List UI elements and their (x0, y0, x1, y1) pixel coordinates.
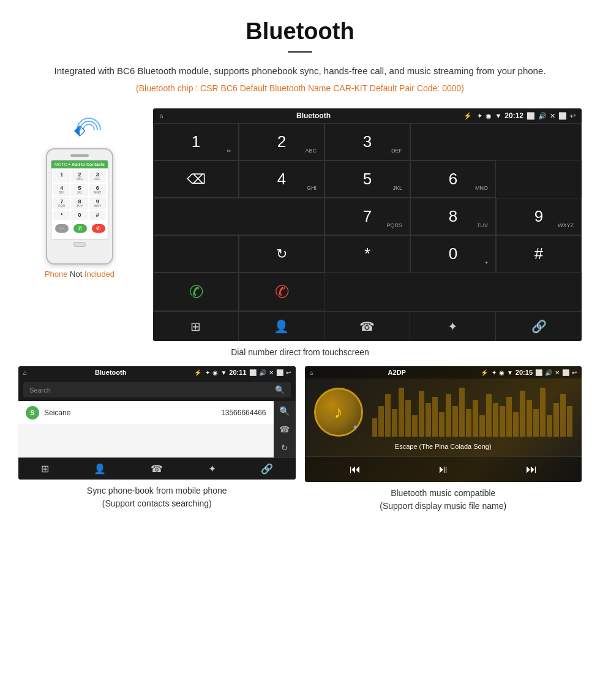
music-screenshot-item: ⌂ A2DP ⚡ ✦ ◉ ▼ 20:15 ⬜ 🔊 ✕ ⬜ ↩ (305, 366, 582, 513)
dial-bottom-link[interactable]: 🔗 (496, 312, 582, 341)
music-status-bar: ⌂ A2DP ⚡ ✦ ◉ ▼ 20:15 ⬜ 🔊 ✕ ⬜ ↩ (305, 366, 582, 378)
dial-usb-icon: ⚡ (463, 112, 472, 120)
phone-screen: MOTO + Add to Contacts 1 2ABC 3DEF 4GHI … (51, 160, 108, 239)
dial-key-6[interactable]: 6 MNO (410, 160, 496, 198)
pb-close-icon[interactable]: ✕ (269, 369, 274, 376)
dial-key-2[interactable]: 2 ABC (239, 123, 324, 160)
phone-carrier: MOTO (54, 162, 67, 167)
phone-key-6: 6MNO (89, 184, 106, 196)
pb-contact-name: Seicane (44, 408, 221, 417)
music-play-pause-icon[interactable]: ⏯ (438, 463, 449, 476)
music-back-icon[interactable]: ↩ (572, 369, 577, 376)
pb-win-icon[interactable]: ⬜ (276, 369, 283, 376)
eq-bar (493, 403, 498, 437)
eq-bar (399, 388, 404, 437)
dial-key-5[interactable]: 5 JKL (324, 160, 410, 198)
dial-close-icon[interactable]: ✕ (550, 112, 555, 120)
phone-key-5: 5JKL (71, 184, 88, 196)
music-status-icons: ✦ ◉ ▼ 20:15 ⬜ 🔊 ✕ ⬜ ↩ (492, 369, 577, 376)
eq-bar (392, 409, 397, 437)
music-next-icon[interactable]: ⏭ (526, 463, 537, 476)
dial-loc-icon: ◉ (486, 112, 492, 120)
pb-caption-line2: (Support contacts searching) (102, 499, 212, 508)
dial-key-4[interactable]: 4 GHI (239, 160, 324, 198)
dial-key-0[interactable]: 0 + (410, 235, 496, 273)
title-divider (288, 51, 312, 53)
dial-empty-row2 (153, 198, 324, 235)
music-time: 20:15 (516, 369, 533, 376)
phone-speaker (70, 154, 89, 157)
music-win-icon[interactable]: ⬜ (562, 369, 569, 376)
music-bg: ⌂ A2DP ⚡ ✦ ◉ ▼ 20:15 ⬜ 🔊 ✕ ⬜ ↩ (305, 366, 582, 482)
bottom-screenshots: ⌂ Bluetooth ⚡ ✦ ◉ ▼ 20:11 ⬜ 🔊 ✕ ⬜ ↩ Sear… (0, 366, 600, 525)
dial-empty-row3a (153, 235, 239, 273)
phone-btn-back: ← (55, 224, 69, 233)
phone-key-9: 9WXY (89, 197, 106, 209)
dial-bottom-phone[interactable]: ☎ (324, 312, 410, 341)
eq-bar (412, 415, 418, 437)
middle-section: ⬖ MOTO + Add to Contacts 1 2ABC 3DEF 4G (0, 102, 600, 341)
pb-bot-bt-icon[interactable]: ✦ (208, 463, 216, 475)
phone-key-8: 8TUV (71, 197, 88, 209)
music-close-icon[interactable]: ✕ (555, 369, 560, 376)
dial-key-3[interactable]: 3 DEF (324, 123, 410, 160)
phone-key-hash: # (89, 211, 106, 220)
dial-status-bar: ⌂ Bluetooth ⚡ ✦ ◉ ▼ 20:12 ⬜ 🔊 ✕ ⬜ ↩ (153, 108, 582, 123)
music-bt-badge: ✦ (352, 423, 358, 432)
dial-home-icon[interactable]: ⌂ (159, 112, 163, 119)
pb-contact-row[interactable]: S Seicane 13566664466 (18, 401, 274, 425)
pb-sig-icon: ▼ (220, 369, 227, 376)
dial-key-7[interactable]: 7 PQRS (324, 198, 410, 235)
pb-caption-line1: Sync phone-book from mobile phone (87, 486, 227, 495)
dial-call-green[interactable]: ✆ (153, 273, 239, 311)
dial-window-icon[interactable]: ⬜ (558, 112, 567, 120)
eq-bar (533, 409, 539, 437)
dial-key-8[interactable]: 8 TUV (410, 198, 496, 235)
eq-bar (378, 406, 384, 437)
phone-outer: MOTO + Add to Contacts 1 2ABC 3DEF 4GHI … (46, 148, 113, 265)
dial-bottom-bar: ⊞ 👤 ☎ ✦ 🔗 (153, 311, 582, 341)
music-usb-icon: ⚡ (481, 369, 488, 376)
music-home-icon[interactable]: ⌂ (310, 369, 313, 376)
phone-home-button (73, 242, 86, 247)
eq-bar (385, 394, 391, 437)
eq-bar (553, 403, 559, 437)
pb-back-icon[interactable]: ↩ (286, 369, 291, 376)
dial-bottom-contacts[interactable]: 👤 (239, 312, 324, 341)
phone-mockup-area: ⬖ MOTO + Add to Contacts 1 2ABC 3DEF 4G (18, 108, 141, 279)
dial-key-1[interactable]: 1 ∞ (153, 123, 239, 160)
pb-bot-grid-icon[interactable]: ⊞ (41, 463, 49, 475)
dial-call-red[interactable]: ✆ (239, 273, 324, 311)
pb-contact-number: 13566664466 (221, 408, 266, 417)
included-word: Included (84, 269, 114, 279)
pb-side-refresh-icon[interactable]: ↻ (281, 443, 288, 453)
eq-bar (506, 397, 512, 437)
dial-key-hash[interactable]: # (496, 235, 582, 273)
dial-key-9[interactable]: 9 WXYZ (496, 198, 582, 235)
dial-back-icon[interactable]: ↩ (570, 112, 576, 120)
dial-screen-title: Bluetooth (168, 111, 459, 120)
phonebook-screen: ⌂ Bluetooth ⚡ ✦ ◉ ▼ 20:11 ⬜ 🔊 ✕ ⬜ ↩ Sear… (18, 366, 296, 480)
eq-bar (540, 388, 546, 437)
phone-screen-header: MOTO + Add to Contacts (51, 160, 108, 168)
dial-bottom-grid[interactable]: ⊞ (153, 312, 239, 341)
pb-bot-contact-icon[interactable]: 👤 (94, 463, 106, 475)
pb-side-search-icon[interactable]: 🔍 (279, 406, 290, 416)
pb-bot-link-icon[interactable]: 🔗 (261, 463, 273, 475)
eq-bar (432, 397, 438, 437)
dial-key-star[interactable]: * (324, 235, 410, 273)
pb-time: 20:11 (229, 369, 246, 376)
pb-home-icon[interactable]: ⌂ (23, 369, 27, 376)
pb-usb-icon: ⚡ (194, 369, 201, 376)
dial-refresh[interactable]: ↻ (239, 235, 324, 273)
pb-bot-phone-icon[interactable]: ☎ (151, 463, 163, 475)
pb-right-actions: 🔍 ☎ ↻ (274, 401, 296, 457)
music-prev-icon[interactable]: ⏮ (350, 463, 361, 476)
bluetooth-waves-container: ⬖ (46, 115, 113, 145)
phone-bottom-bar: ← ✆ ✆ (51, 222, 108, 233)
pb-search-bar[interactable]: Search 🔍 (23, 382, 291, 397)
music-cam-icon: ⬜ (535, 369, 542, 376)
dial-bottom-bt[interactable]: ✦ (410, 312, 496, 341)
pb-side-phone-icon[interactable]: ☎ (279, 424, 290, 434)
dial-backspace[interactable]: ⌫ (153, 160, 239, 198)
